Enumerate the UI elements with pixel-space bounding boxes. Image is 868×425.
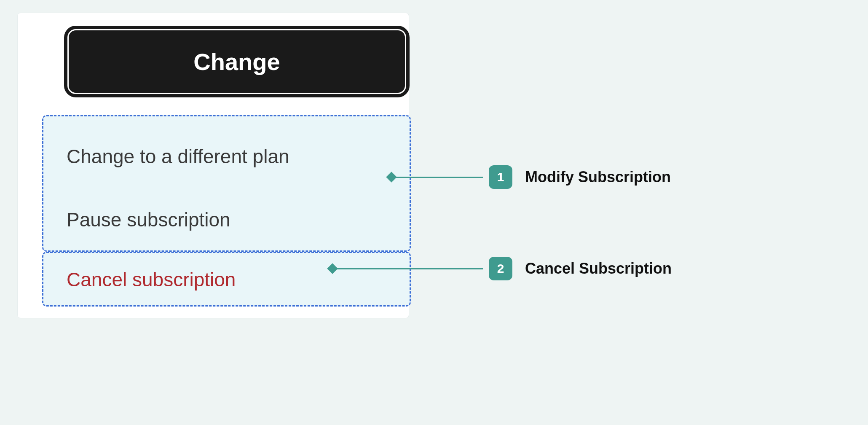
callout-number-badge: 2: [489, 257, 512, 280]
callout-text: Modify Subscription: [525, 168, 671, 186]
connector-line: [391, 177, 483, 178]
modify-subscription-group: Change to a different plan Pause subscri…: [42, 115, 411, 252]
change-button[interactable]: Change: [64, 26, 410, 97]
change-button-label: Change: [67, 28, 407, 95]
stage: Change Change to a different plan Pause …: [0, 0, 868, 425]
connector-line: [332, 268, 483, 269]
change-plan-menu-item[interactable]: Change to a different plan: [67, 146, 289, 167]
callout-number-badge: 1: [489, 165, 512, 189]
callout-cancel-subscription: 2 Cancel Subscription: [489, 257, 672, 280]
callout-modify-subscription: 1 Modify Subscription: [489, 165, 671, 189]
pause-subscription-menu-item[interactable]: Pause subscription: [67, 209, 230, 231]
cancel-subscription-group: Cancel subscription: [42, 252, 411, 307]
cancel-subscription-menu-item[interactable]: Cancel subscription: [67, 269, 236, 291]
callout-text: Cancel Subscription: [525, 260, 672, 277]
subscription-card: Change Change to a different plan Pause …: [17, 13, 409, 318]
